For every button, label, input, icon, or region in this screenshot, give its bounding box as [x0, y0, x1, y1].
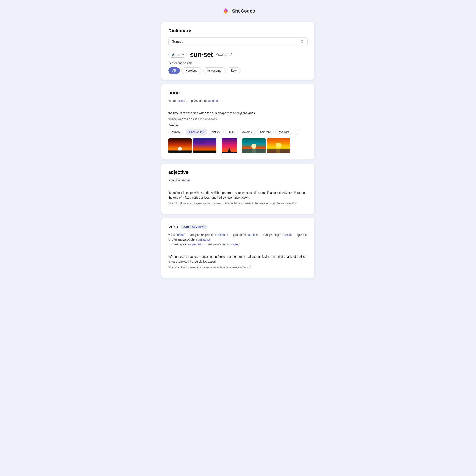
svg-point-16 — [205, 140, 215, 143]
word-phonetic: /ˈsən,set/ — [216, 52, 232, 57]
svg-rect-25 — [252, 147, 256, 153]
verb-quote: "the tax cut will sunset after three yea… — [168, 266, 308, 269]
filter-horology[interactable]: Horology — [182, 67, 202, 74]
speaker-icon: 🔊 — [171, 53, 175, 56]
tag-half-light-1[interactable]: half-light — [257, 129, 274, 135]
filter-all[interactable]: All — [168, 67, 180, 74]
noun-pos: noun — [168, 90, 308, 95]
verb-word-link-3[interactable]: sunset — [248, 233, 257, 237]
tag-close-of-day[interactable]: close of day — [186, 129, 207, 135]
svg-rect-13 — [168, 150, 192, 152]
header: SheCodes — [4, 6, 472, 16]
similar-label: Similiar: — [168, 123, 308, 127]
search-card: Dictionary 🔊 Listen sun·set /ˈsən,set/ S… — [162, 22, 314, 80]
verb-card: verb NORTH AMERICAN verb: sunset; – 3rd … — [162, 218, 314, 278]
adjective-word-link[interactable]: sunset — [182, 179, 190, 182]
listen-label: Listen — [176, 53, 184, 56]
tag-evening[interactable]: evening — [239, 129, 255, 135]
sunset-image-2 — [193, 138, 216, 153]
verb-pos: verb — [168, 224, 178, 230]
search-icon — [300, 40, 304, 44]
sunset-image-3 — [218, 138, 241, 153]
adjective-pos: adjective — [168, 170, 308, 175]
svg-rect-18 — [193, 151, 216, 152]
noun-plural-link[interactable]: sunsets — [207, 99, 218, 102]
svg-rect-21 — [222, 152, 237, 153]
search-input[interactable] — [172, 40, 300, 44]
verb-badge: NORTH AMERICAN — [180, 225, 207, 229]
word-title: sun·set — [190, 51, 213, 58]
filter-astronomy[interactable]: Astronomy — [203, 67, 225, 74]
verb-word-link-2[interactable]: sunsets — [217, 233, 227, 237]
filter-law[interactable]: Law — [227, 67, 241, 74]
adjective-forms: adjective: sunset; — [168, 178, 308, 183]
plural-label: plural noun: — [191, 99, 206, 102]
see-definitions-label: See definitions in: — [168, 61, 308, 65]
listen-button[interactable]: 🔊 Listen — [168, 52, 187, 58]
verb-pos-row: verb NORTH AMERICAN — [168, 224, 308, 230]
verb-word-link-1[interactable]: sunset — [176, 233, 185, 237]
logo-text: SheCodes — [232, 8, 255, 14]
sunset-image-5 — [267, 138, 290, 153]
tag-twilight[interactable]: twilight — [209, 129, 223, 135]
svg-marker-7 — [226, 12, 227, 14]
main-content: Dictionary 🔊 Listen sun·set /ˈsən,set/ S… — [162, 22, 314, 278]
svg-marker-6 — [224, 12, 226, 14]
word-header: 🔊 Listen sun·set /ˈsən,set/ — [168, 51, 308, 58]
sunset-image-1 — [168, 138, 192, 153]
svg-line-9 — [303, 42, 304, 43]
svg-point-15 — [193, 140, 206, 144]
noun-forms-text: noun: — [168, 99, 176, 102]
tag-more[interactable]: ↓ — [294, 129, 300, 135]
images-row — [168, 138, 308, 153]
adjective-quote: "the bill will have a two-year sunset cl… — [168, 202, 308, 205]
svg-rect-29 — [276, 146, 280, 153]
tag-dusk[interactable]: dusk — [225, 129, 237, 135]
verb-word-link-5[interactable]: sunsetting — [196, 238, 210, 241]
verb-word-link-4[interactable]: sunset — [283, 233, 291, 237]
noun-word-link[interactable]: sunset — [177, 99, 185, 102]
noun-card: noun noun: sunset; – plural noun: sunset… — [162, 84, 314, 159]
verb-definition: (of a program, agency, regulation, etc.)… — [168, 254, 308, 264]
sunset-image-4 — [242, 138, 266, 153]
dictionary-title: Dictionary — [168, 28, 308, 34]
adjective-card: adjective adjective: sunset; denoting a … — [162, 164, 314, 214]
logo-icon — [221, 6, 230, 16]
svg-marker-1 — [226, 8, 228, 11]
adjective-definition: denoting a legal provision under which a… — [168, 190, 308, 200]
noun-forms: noun: sunset; – plural noun: sunsets; — [168, 98, 308, 103]
search-box[interactable] — [168, 37, 308, 46]
verb-word-link-6[interactable]: sunsetted — [188, 243, 201, 246]
filter-tabs: All Horology Astronomy Law — [168, 67, 308, 74]
svg-marker-0 — [223, 8, 226, 11]
tag-half-light-2[interactable]: half-light — [275, 129, 292, 135]
noun-quote: "sunset was still a couple of hours away… — [168, 117, 308, 120]
adjective-forms-text: adjective: — [168, 179, 181, 182]
similar-tags: nightfall close of day twilight dusk eve… — [168, 129, 308, 135]
noun-definition: the time in the evening when the sun dis… — [168, 111, 308, 115]
tag-nightfall[interactable]: nightfall — [168, 129, 184, 135]
verb-forms: verb: sunset; – 3rd person present: suns… — [168, 233, 308, 247]
logo: SheCodes — [221, 6, 255, 16]
search-button[interactable] — [300, 40, 304, 44]
svg-point-8 — [301, 40, 303, 43]
verb-word-link-7[interactable]: sunsetted — [226, 243, 239, 246]
